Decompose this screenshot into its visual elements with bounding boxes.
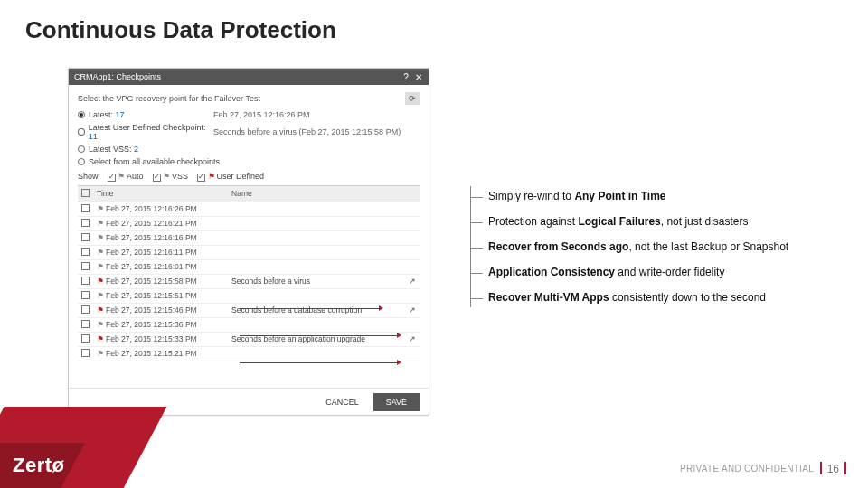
cancel-button[interactable]: CANCEL xyxy=(318,394,366,410)
option-latest[interactable]: Latest: 17 Feb 27, 2015 12:16:26 PM xyxy=(78,110,420,119)
bullet-item: Recover from Seconds ago, not the last B… xyxy=(470,240,841,253)
show-label: Show xyxy=(78,172,99,181)
callout-line xyxy=(240,308,380,309)
filter-user-defined[interactable]: ⚑User Defined xyxy=(197,172,264,182)
checkbox-icon[interactable] xyxy=(81,320,90,328)
checkbox-icon[interactable] xyxy=(81,334,90,343)
flag-icon: ⚑ xyxy=(97,233,104,242)
dialog-body: Select the VPG recovery point for the Fa… xyxy=(69,85,429,361)
table-row[interactable]: ⚑Feb 27, 2015 12:15:51 PM xyxy=(78,288,420,303)
flag-icon: ⚑ xyxy=(163,172,170,181)
col-name[interactable]: Name xyxy=(228,185,405,202)
page-number: 16 xyxy=(820,462,846,475)
filter-vss[interactable]: ⚑VSS xyxy=(153,172,189,182)
table-row[interactable]: ⚑Feb 27, 2015 12:16:26 PM xyxy=(78,202,420,216)
save-button[interactable]: SAVE xyxy=(373,393,420,411)
refresh-icon[interactable]: ⟳ xyxy=(405,92,420,105)
bullet-list: Simply re-wind to Any Point in Time Prot… xyxy=(470,190,841,316)
radio-icon[interactable] xyxy=(78,145,85,153)
table-row[interactable]: ⚑Feb 27, 2015 12:15:33 PMSeconds before … xyxy=(78,332,420,346)
flag-icon: ⚑ xyxy=(97,219,104,228)
table-row[interactable]: ⚑Feb 27, 2015 12:16:11 PM xyxy=(78,245,420,259)
checkpoints-dialog: CRMApp1: Checkpoints ? ✕ Select the VPG … xyxy=(68,68,429,416)
table-row[interactable]: ⚑Feb 27, 2015 12:16:21 PM xyxy=(78,216,420,230)
checkbox-icon[interactable] xyxy=(81,262,90,270)
flag-icon: ⚑ xyxy=(208,172,215,181)
flag-icon: ⚑ xyxy=(97,248,104,257)
dialog-instruction: Select the VPG recovery point for the Fa… xyxy=(78,94,260,103)
flag-icon: ⚑ xyxy=(97,291,104,300)
dialog-titlebar: CRMApp1: Checkpoints ? ✕ xyxy=(69,69,429,85)
filter-row: Show ⚑Auto ⚑VSS ⚑User Defined xyxy=(78,172,420,182)
bullet-item: Recover Multi-VM Apps consistently down … xyxy=(470,291,841,304)
flag-icon: ⚑ xyxy=(97,305,104,314)
slide: Continuous Data Protection CRMApp1: Chec… xyxy=(0,0,868,488)
checkbox-icon[interactable] xyxy=(81,305,90,314)
option-latest-vss[interactable]: Latest VSS: 2 xyxy=(78,145,420,154)
flag-icon: ⚑ xyxy=(97,334,104,343)
flag-icon: ⚑ xyxy=(118,172,125,181)
col-time[interactable]: Time xyxy=(93,185,228,202)
page-title: Continuous Data Protection xyxy=(25,16,336,44)
brand-logo: Zertø xyxy=(13,454,65,477)
checkbox-icon[interactable] xyxy=(81,189,90,197)
callout-line xyxy=(240,335,398,336)
col-arrow xyxy=(405,185,420,202)
radio-icon[interactable] xyxy=(78,128,85,136)
flag-icon: ⚑ xyxy=(97,277,104,286)
flag-icon: ⚑ xyxy=(97,204,104,213)
option-select-all[interactable]: Select from all available checkpoints xyxy=(78,157,420,166)
flag-icon: ⚑ xyxy=(97,320,104,329)
bullet-item: Application Consistency and write-order … xyxy=(470,266,841,278)
flag-icon: ⚑ xyxy=(97,349,104,358)
checkbox-icon[interactable] xyxy=(81,233,90,241)
flag-icon: ⚑ xyxy=(97,262,104,271)
table-row[interactable]: ⚑Feb 27, 2015 12:16:16 PM xyxy=(78,230,420,245)
checkbox-icon[interactable] xyxy=(197,174,205,182)
checkbox-icon[interactable] xyxy=(153,174,161,182)
bullet-item: Simply re-wind to Any Point in Time xyxy=(470,190,841,202)
checkbox-icon[interactable] xyxy=(81,219,90,227)
help-icon[interactable]: ? xyxy=(401,72,410,81)
bullet-item: Protection against Logical Failures, not… xyxy=(470,215,841,228)
col-checkbox xyxy=(78,185,93,202)
table-row[interactable]: ⚑Feb 27, 2015 12:15:46 PMSeconds before … xyxy=(78,303,420,317)
option-latest-user[interactable]: Latest User Defined Checkpoint: 11 Secon… xyxy=(78,123,420,141)
table-row[interactable]: ⚑Feb 27, 2015 12:16:01 PM xyxy=(78,259,420,274)
checkbox-icon[interactable] xyxy=(81,349,90,357)
checkbox-icon[interactable] xyxy=(81,248,90,256)
checkbox-icon[interactable] xyxy=(81,291,90,299)
checkbox-icon[interactable] xyxy=(81,277,90,285)
table-row[interactable]: ⚑Feb 27, 2015 12:15:58 PMSeconds before … xyxy=(78,274,420,288)
filter-auto[interactable]: ⚑Auto xyxy=(108,172,144,182)
radio-icon[interactable] xyxy=(78,111,85,118)
dialog-title: CRMApp1: Checkpoints xyxy=(74,72,161,81)
checkbox-icon[interactable] xyxy=(81,204,90,212)
confidential-label: PRIVATE AND CONFIDENTIAL xyxy=(680,464,814,474)
table-row[interactable]: ⚑Feb 27, 2015 12:15:36 PM xyxy=(78,317,420,332)
table-row[interactable]: ⚑Feb 27, 2015 12:15:21 PM xyxy=(78,346,420,361)
callout-line xyxy=(240,362,398,363)
close-icon[interactable]: ✕ xyxy=(414,72,423,81)
radio-icon[interactable] xyxy=(78,158,85,165)
checkbox-icon[interactable] xyxy=(108,174,116,182)
